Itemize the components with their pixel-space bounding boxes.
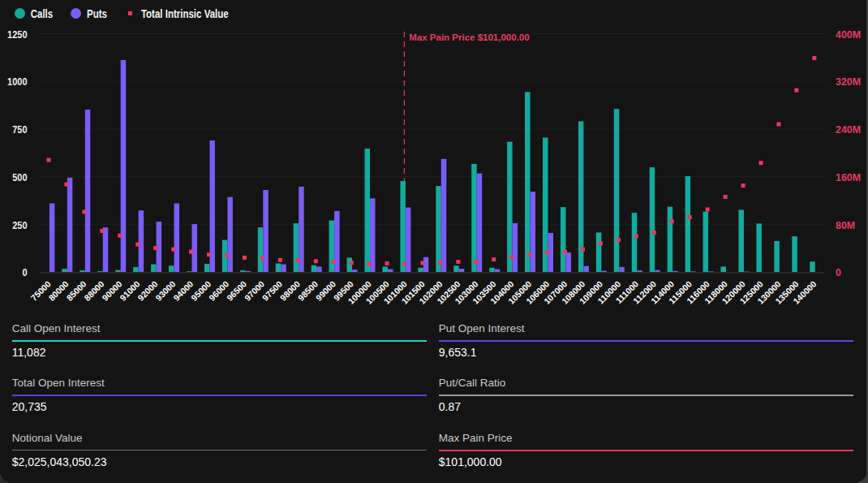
svg-text:250: 250 <box>12 219 28 231</box>
svg-text:750: 750 <box>12 123 28 136</box>
svg-text:80M: 80M <box>836 218 855 231</box>
svg-text:1250: 1250 <box>7 28 28 41</box>
svg-text:500: 500 <box>12 171 28 183</box>
svg-text:0: 0 <box>22 266 27 278</box>
svg-text:Max Pain Price $101,000.00: Max Pain Price $101,000.00 <box>409 32 529 42</box>
svg-text:1000: 1000 <box>7 75 28 88</box>
svg-text:0: 0 <box>836 266 841 279</box>
svg-text:240M: 240M <box>836 123 861 136</box>
svg-text:400M: 400M <box>836 28 861 41</box>
svg-text:320M: 320M <box>836 75 861 88</box>
svg-text:160M: 160M <box>836 170 861 183</box>
